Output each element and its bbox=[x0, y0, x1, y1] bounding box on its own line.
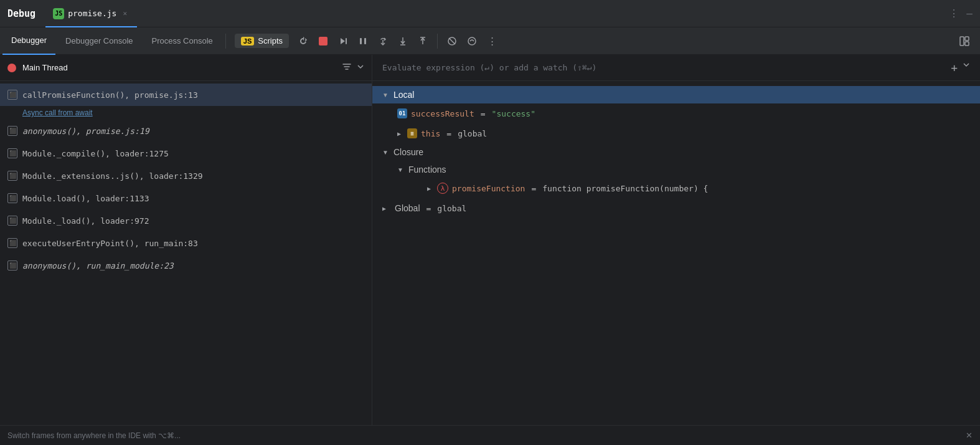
svg-point-11 bbox=[468, 37, 476, 45]
global-label: Global bbox=[395, 203, 420, 213]
stack-frame-5[interactable]: ⬛ Module.load(), loader:1133 bbox=[0, 187, 372, 209]
global-chevron: ▶ bbox=[382, 205, 386, 212]
tab-process-console[interactable]: Process Console bbox=[143, 27, 222, 55]
thread-header: Main Thread bbox=[0, 55, 372, 81]
layout-icon[interactable] bbox=[956, 33, 973, 49]
async-call-label[interactable]: Async call from await bbox=[0, 106, 372, 120]
scripts-button[interactable]: JS Scripts bbox=[235, 34, 289, 48]
tab-debugger-console[interactable]: Debugger Console bbox=[57, 27, 141, 55]
var-equals: = bbox=[446, 129, 451, 138]
frame-icon: ⬛ bbox=[7, 90, 17, 100]
status-text: Switch frames from anywhere in the IDE w… bbox=[7, 431, 181, 440]
pause-icon[interactable] bbox=[355, 33, 371, 49]
thread-dropdown-icon[interactable] bbox=[357, 63, 364, 72]
frame-text: Module.load(), loader:1133 bbox=[22, 194, 149, 203]
more-options-icon[interactable]: ⋮ bbox=[484, 33, 500, 49]
frame-icon: ⬛ bbox=[7, 261, 17, 270]
var-name-promiseFunction: promiseFunction bbox=[452, 184, 525, 193]
stack-frame-7[interactable]: ⬛ executeUserEntryPoint(), run_main:83 bbox=[0, 232, 372, 254]
more-menu-button[interactable]: ⋮ bbox=[949, 7, 959, 19]
var-equals: = bbox=[531, 184, 536, 193]
frame-text: executeUserEntryPoint(), run_main:83 bbox=[22, 239, 198, 248]
svg-line-10 bbox=[449, 38, 455, 44]
step-into-icon[interactable] bbox=[395, 33, 411, 49]
var-type-icon-01: 01 bbox=[397, 108, 407, 118]
global-section-row[interactable]: ▶ Global = global bbox=[372, 198, 980, 218]
stack-frame-6[interactable]: ⬛ Module._load(), loader:972 bbox=[0, 209, 372, 232]
var-name-this: this bbox=[421, 129, 440, 138]
add-watch-button[interactable]: + bbox=[951, 61, 958, 74]
var-value-this: global bbox=[458, 129, 487, 138]
this-chevron: ▶ bbox=[397, 130, 401, 137]
thread-filter-icon[interactable] bbox=[342, 62, 352, 74]
var-row-promiseFunction[interactable]: ▶ λ promiseFunction = function promiseFu… bbox=[372, 178, 980, 198]
js-scripts-badge: JS bbox=[241, 37, 254, 45]
var-row-this[interactable]: ▶ ≡ this = global bbox=[372, 123, 980, 143]
toolbar-sep-1 bbox=[225, 34, 226, 49]
var-value-promiseFunction: function promiseFunction(number) { bbox=[542, 184, 708, 193]
watch-dropdown-icon[interactable] bbox=[963, 61, 970, 74]
stack-frame-1[interactable]: ⬛ callPromiseFunction(), promise.js:13 bbox=[0, 84, 372, 106]
var-row-successResult[interactable]: 01 successResult = "success" bbox=[372, 103, 980, 123]
left-panel: Main Thread ⬛ callPromiseFunction(), pr bbox=[0, 55, 372, 425]
status-close-button[interactable]: ✕ bbox=[966, 431, 973, 440]
resume-icon[interactable] bbox=[335, 33, 351, 49]
tab-filename: promise.js bbox=[68, 9, 116, 18]
var-type-icon-box: ≡ bbox=[407, 128, 417, 138]
stack-frame-3[interactable]: ⬛ Module._compile(), loader:1275 bbox=[0, 142, 372, 165]
main-layout: Main Thread ⬛ callPromiseFunction(), pr bbox=[0, 55, 980, 425]
js-file-icon: JS bbox=[53, 8, 64, 19]
tab-debugger[interactable]: Debugger bbox=[2, 27, 55, 55]
scripts-label: Scripts bbox=[258, 36, 283, 45]
step-over-icon[interactable] bbox=[375, 33, 391, 49]
mute-breakpoints-icon[interactable] bbox=[444, 33, 460, 49]
frame-icon: ⬛ bbox=[7, 148, 17, 158]
toolbar-icons: ⋮ bbox=[295, 33, 500, 49]
functions-chevron: ▼ bbox=[397, 166, 403, 173]
title-bar: Debug JS promise.js ✕ ⋮ — bbox=[0, 0, 980, 27]
watch-placeholder[interactable]: Evaluate expression (↵) or add a watch (… bbox=[382, 63, 946, 72]
local-chevron: ▼ bbox=[382, 92, 389, 98]
var-equals: = bbox=[426, 204, 431, 213]
svg-rect-14 bbox=[965, 42, 969, 45]
svg-rect-2 bbox=[360, 38, 362, 44]
thread-controls bbox=[342, 62, 364, 74]
lambda-icon: λ bbox=[437, 183, 448, 194]
watch-header: Evaluate expression (↵) or add a watch (… bbox=[372, 55, 980, 81]
local-section-header[interactable]: ▼ Local bbox=[372, 86, 980, 103]
toolbar: Debugger Debugger Console Process Consol… bbox=[0, 27, 980, 55]
svg-rect-1 bbox=[346, 38, 347, 44]
file-tab[interactable]: JS promise.js ✕ bbox=[45, 0, 137, 27]
app-title: Debug bbox=[7, 8, 35, 19]
minimize-button[interactable]: — bbox=[966, 7, 973, 19]
step-out-icon[interactable] bbox=[415, 33, 431, 49]
svg-rect-3 bbox=[364, 38, 366, 44]
tab-close-button[interactable]: ✕ bbox=[120, 8, 130, 19]
closure-label: Closure bbox=[393, 147, 423, 157]
functions-section-header[interactable]: ▼ Functions bbox=[372, 161, 980, 178]
closure-section-header[interactable]: ▼ Closure bbox=[372, 143, 980, 161]
svg-rect-13 bbox=[965, 37, 969, 41]
frame-text: Module._extensions..js(), loader:1329 bbox=[22, 171, 203, 181]
thread-name: Main Thread bbox=[22, 63, 68, 72]
title-bar-controls: ⋮ — bbox=[949, 7, 973, 19]
stack-frame-8[interactable]: ⬛ anonymous(), run_main_module:23 bbox=[0, 254, 372, 277]
stack-frame-2[interactable]: ⬛ anonymous(), promise.js:19 bbox=[0, 120, 372, 142]
frame-icon: ⬛ bbox=[7, 171, 17, 181]
variables-tree: ▼ Local 01 successResult = "success" ▶ ≡… bbox=[372, 81, 980, 425]
watch-controls: + bbox=[951, 61, 970, 74]
frame-icon: ⬛ bbox=[7, 193, 17, 203]
frame-text: anonymous(), promise.js:19 bbox=[22, 127, 149, 136]
closure-chevron: ▼ bbox=[382, 149, 389, 156]
rerun-icon[interactable] bbox=[295, 33, 311, 49]
clear-icon[interactable] bbox=[464, 33, 480, 49]
stop-icon[interactable] bbox=[315, 33, 331, 49]
frame-text: Module._load(), loader:972 bbox=[22, 216, 149, 226]
thread-status-dot bbox=[7, 64, 16, 72]
var-equals: = bbox=[481, 109, 486, 118]
call-stack: ⬛ callPromiseFunction(), promise.js:13 A… bbox=[0, 81, 372, 425]
stack-frame-4[interactable]: ⬛ Module._extensions..js(), loader:1329 bbox=[0, 165, 372, 187]
frame-text: anonymous(), run_main_module:23 bbox=[22, 261, 174, 270]
right-panel: Evaluate expression (↵) or add a watch (… bbox=[372, 55, 980, 425]
status-bar: Switch frames from anywhere in the IDE w… bbox=[0, 425, 980, 445]
